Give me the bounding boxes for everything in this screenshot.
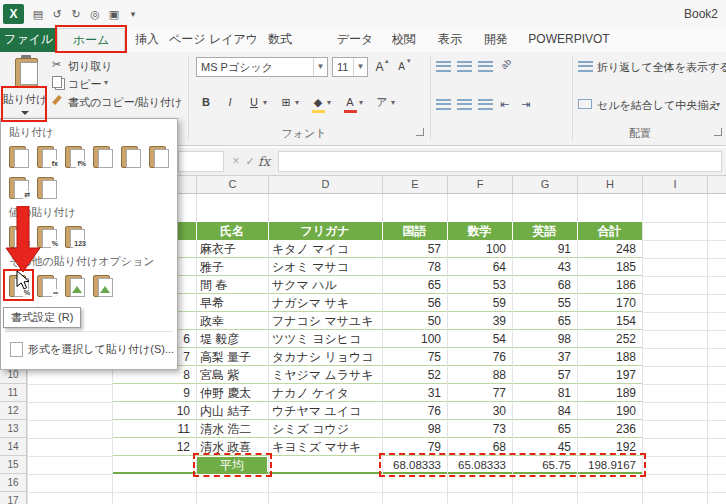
gridline: [642, 402, 726, 403]
cell-score[interactable]: 77: [449, 384, 506, 402]
cell-kana[interactable]: ウチヤマ ユイコ: [272, 402, 380, 420]
cell-score[interactable]: 65: [514, 312, 571, 330]
cell-score[interactable]: 55: [514, 294, 571, 312]
cell-score[interactable]: 43: [514, 258, 571, 276]
cell-kana[interactable]: ミヤジマ ムラサキ: [272, 366, 380, 384]
paste-icon[interactable]: [7, 143, 31, 169]
gridline: [642, 258, 726, 259]
cell-number[interactable]: 12: [112, 438, 190, 456]
cell-name[interactable]: 仲野 慶太: [200, 384, 266, 402]
cell-kana[interactable]: フナコシ マサユキ: [272, 312, 380, 330]
cell-score[interactable]: 98: [384, 420, 441, 438]
cell-score[interactable]: 154: [579, 312, 636, 330]
sheet-icon: [98, 149, 113, 168]
cell-score[interactable]: 81: [514, 384, 571, 402]
cell-score[interactable]: 188: [579, 348, 636, 366]
cell-score[interactable]: 64: [449, 258, 506, 276]
cell-score[interactable]: 100: [384, 330, 441, 348]
cell-name[interactable]: 清水 浩二: [200, 420, 266, 438]
cell-name[interactable]: 政幸: [200, 312, 266, 330]
cell-score[interactable]: 57: [384, 240, 441, 258]
icon-glyph: ⇄: [23, 191, 31, 199]
cell-kana[interactable]: シオミ マサコ: [272, 258, 380, 276]
paste-keep-source-formatting-icon[interactable]: [91, 143, 115, 169]
cell-score[interactable]: 76: [449, 348, 506, 366]
cell-score[interactable]: 54: [449, 330, 506, 348]
cell-kana[interactable]: ナガシマ サキ: [272, 294, 380, 312]
cell-name[interactable]: 内山 結子: [200, 402, 266, 420]
cell-score[interactable]: 57: [514, 366, 571, 384]
gridline: [27, 384, 112, 385]
cell-kana[interactable]: タカナシ リョウコ: [272, 348, 380, 366]
cell-name[interactable]: 堤 毅彦: [200, 330, 266, 348]
cell-score[interactable]: 197: [579, 366, 636, 384]
paste-picture-icon[interactable]: [63, 272, 87, 298]
cell-kana[interactable]: サクマ ハル: [272, 276, 380, 294]
cell-name[interactable]: 高梨 量子: [200, 348, 266, 366]
cell-score[interactable]: 73: [449, 420, 506, 438]
cell-kana[interactable]: キヨミズ マサキ: [272, 438, 380, 456]
cell-score[interactable]: 39: [449, 312, 506, 330]
gridline: [642, 474, 726, 475]
annotation-box-average-values: [379, 453, 646, 477]
cell-score[interactable]: 88: [449, 366, 506, 384]
cell-score[interactable]: 84: [514, 402, 571, 420]
gridline: [642, 294, 726, 295]
cell-score[interactable]: 236: [579, 420, 636, 438]
cell-score[interactable]: 189: [579, 384, 636, 402]
cell-number[interactable]: 9: [112, 384, 190, 402]
cell-score[interactable]: 50: [384, 312, 441, 330]
cell-score[interactable]: 76: [384, 402, 441, 420]
cell-number[interactable]: 10: [112, 402, 190, 420]
cell-name[interactable]: 間 春: [200, 276, 266, 294]
cell-name[interactable]: 雅子: [200, 258, 266, 276]
header-cell[interactable]: 国語: [382, 222, 447, 240]
cell-score[interactable]: 65: [384, 276, 441, 294]
cell-kana[interactable]: ツツミ ヨシヒコ: [272, 330, 380, 348]
cell-score[interactable]: 98: [514, 330, 571, 348]
cell-score[interactable]: 75: [384, 348, 441, 366]
cell-kana[interactable]: ナカノ ケイタ: [272, 384, 380, 402]
paste-values-source-formatting-icon[interactable]: 123: [63, 223, 87, 249]
header-cell[interactable]: フリガナ: [268, 222, 382, 240]
cell-score[interactable]: 170: [579, 294, 636, 312]
paste-merge-conditional-formatting-icon[interactable]: [35, 174, 59, 200]
cell-score[interactable]: 68: [514, 276, 571, 294]
cell-name[interactable]: 宮島 紫: [200, 366, 266, 384]
cell-score[interactable]: 31: [384, 384, 441, 402]
cell-number[interactable]: 11: [112, 420, 190, 438]
header-cell[interactable]: 氏名: [196, 222, 268, 240]
paste-linked-picture-icon[interactable]: [91, 272, 115, 298]
cell-score[interactable]: 100: [449, 240, 506, 258]
header-cell[interactable]: 数学: [447, 222, 512, 240]
paste-formulas-number-formatting-icon[interactable]: f%: [63, 143, 87, 169]
cell-score[interactable]: 91: [514, 240, 571, 258]
cell-score[interactable]: 52: [384, 366, 441, 384]
cell-score[interactable]: 59: [449, 294, 506, 312]
cell-kana[interactable]: キタノ マイコ: [272, 240, 380, 258]
cell-score[interactable]: 252: [579, 330, 636, 348]
header-cell[interactable]: 英語: [512, 222, 577, 240]
cell-score[interactable]: 56: [384, 294, 441, 312]
cell-kana[interactable]: シミズ コウジ: [272, 420, 380, 438]
icon-glyph: 123: [73, 240, 87, 248]
annotation-box-average-label: [193, 453, 272, 477]
paste-keep-column-widths-icon[interactable]: [147, 143, 171, 169]
cell-score[interactable]: 248: [579, 240, 636, 258]
cell-score[interactable]: 78: [384, 258, 441, 276]
cell-score[interactable]: 190: [579, 402, 636, 420]
paste-transpose-icon[interactable]: ⇄: [7, 174, 31, 200]
cell-name[interactable]: 早希: [200, 294, 266, 312]
cell-score[interactable]: 30: [449, 402, 506, 420]
cell-score[interactable]: 186: [579, 276, 636, 294]
excel-window: X ▤↺↻◎▣▾ Book2 ファイルホーム挿入ページ レイアウト数式データ校閲…: [0, 0, 726, 504]
paste-formulas-icon[interactable]: fx: [35, 143, 59, 169]
paste-special-item[interactable]: 形式を選択して貼り付け(S)...: [1, 337, 177, 361]
cell-score[interactable]: 53: [449, 276, 506, 294]
header-cell[interactable]: 合計: [577, 222, 642, 240]
cell-score[interactable]: 37: [514, 348, 571, 366]
cell-name[interactable]: 麻衣子: [200, 240, 266, 258]
paste-no-borders-icon[interactable]: [119, 143, 143, 169]
cell-score[interactable]: 185: [579, 258, 636, 276]
cell-score[interactable]: 65: [514, 420, 571, 438]
